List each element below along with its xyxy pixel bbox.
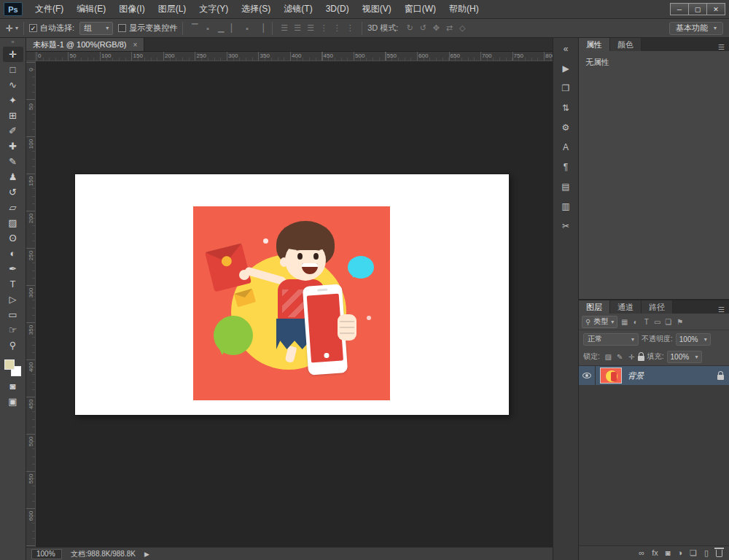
rectangle-tool[interactable]: ▭ <box>3 307 23 322</box>
new-group-icon[interactable]: ❏ <box>690 549 697 557</box>
add-layer-mask-icon[interactable]: ◙ <box>666 549 671 557</box>
link-layers-icon[interactable]: ∞ <box>639 549 644 557</box>
align-horizontal-centers-icon[interactable]: ▪ <box>241 24 254 33</box>
screen-mode-icon[interactable]: ▣ <box>3 394 23 409</box>
align-vertical-centers-icon[interactable]: ▪ <box>201 24 214 33</box>
history-brush-tool[interactable]: ↺ <box>3 184 23 200</box>
healing-brush-tool[interactable]: ✚ <box>3 139 23 154</box>
new-layer-icon[interactable]: ▯ <box>704 549 709 557</box>
3d-drag-icon[interactable]: ✥ <box>429 23 443 33</box>
filter-type-dropdown[interactable]: ⚲ 类型 <box>582 316 617 328</box>
quick-mask-icon[interactable]: ◙ <box>3 378 23 394</box>
select-menu[interactable]: 选择(S) <box>235 0 277 18</box>
image-menu[interactable]: 图像(I) <box>112 0 151 18</box>
panel-menu-icon[interactable] <box>714 306 729 314</box>
expand-panels-icon[interactable]: « <box>557 42 574 56</box>
3d-slide-icon[interactable]: ⇄ <box>443 23 456 33</box>
filter-type-layers-icon[interactable]: T <box>641 318 652 326</box>
eraser-tool[interactable]: ▱ <box>3 200 23 215</box>
distribute-left-edges-icon[interactable]: ⋮ <box>317 23 330 33</box>
layer-menu[interactable]: 图层(L) <box>152 0 193 18</box>
horizontal-ruler[interactable]: 0501001502002503003504004505005506006507… <box>36 52 553 61</box>
layer-style-icon[interactable]: fx <box>652 549 658 557</box>
window-menu[interactable]: 窗口(W) <box>398 0 443 18</box>
distribute-right-edges-icon[interactable]: ⋮ <box>343 23 356 33</box>
help-menu[interactable]: 帮助(H) <box>443 0 486 18</box>
workspace-switcher[interactable]: 基本功能 <box>669 22 723 35</box>
align-right-edges-icon[interactable]: ▕ <box>254 23 267 33</box>
info-panel-icon[interactable]: ▥ <box>557 199 574 214</box>
tab-paths[interactable]: 路径 <box>642 300 673 314</box>
filtering-toggle-icon[interactable]: ⚑ <box>677 318 683 326</box>
maximize-button[interactable]: ▢ <box>688 3 707 15</box>
3d-roll-icon[interactable]: ↺ <box>416 23 429 33</box>
close-tab-icon[interactable]: × <box>133 41 138 49</box>
filter-menu[interactable]: 滤镜(T) <box>277 0 319 18</box>
pen-tool[interactable]: ✒ <box>3 261 23 276</box>
lock-transparent-pixels-icon[interactable]: ▨ <box>603 353 614 361</box>
rectangular-marquee-tool[interactable]: □ <box>3 62 23 77</box>
auto-select-checkbox[interactable]: 自动选择: <box>29 23 74 34</box>
panel-menu-icon[interactable] <box>714 43 729 51</box>
eyedropper-tool[interactable]: ✐ <box>3 123 23 139</box>
actions-panel-icon[interactable]: ▶ <box>557 61 574 76</box>
type-tool[interactable]: T <box>3 276 23 292</box>
filter-pixel-layers-icon[interactable]: ▦ <box>619 318 630 326</box>
tab-layers[interactable]: 图层 <box>579 300 610 314</box>
slice-panel-icon[interactable]: ✂ <box>557 219 574 233</box>
paragraph-panel-icon[interactable]: ¶ <box>557 160 574 174</box>
tab-channels[interactable]: 通道 <box>610 300 642 314</box>
align-top-edges-icon[interactable]: ▔ <box>188 23 201 33</box>
file-menu[interactable]: 文件(F) <box>28 0 70 18</box>
view-menu[interactable]: 视图(V) <box>356 0 398 18</box>
lock-position-icon[interactable]: ✛ <box>626 353 637 361</box>
blur-tool[interactable]: ʘ <box>3 230 23 246</box>
clone-stamp-tool[interactable]: ♟ <box>3 169 23 184</box>
minimize-button[interactable]: ─ <box>670 3 689 15</box>
show-transform-checkbox[interactable]: 显示变换控件 <box>118 23 177 34</box>
zoom-level-input[interactable]: 100% <box>31 549 62 559</box>
blend-mode-dropdown[interactable]: 正常 <box>583 333 639 346</box>
auto-select-target-dropdown[interactable]: 组 <box>79 22 113 35</box>
filter-shape-layers-icon[interactable]: ▭ <box>652 318 663 326</box>
ruler-origin-corner[interactable] <box>26 52 36 61</box>
crop-tool[interactable]: ⊞ <box>3 108 23 123</box>
quick-selection-tool[interactable]: ✦ <box>3 93 23 108</box>
tab-properties[interactable]: 属性 <box>579 38 610 51</box>
tool-preset-picker[interactable]: ✛ <box>6 23 18 34</box>
lock-all-icon[interactable] <box>638 356 644 361</box>
collapse-tools-icon[interactable] <box>0 39 26 47</box>
distribute-top-edges-icon[interactable]: ☰ <box>278 23 291 33</box>
opacity-input[interactable]: 100% <box>676 333 711 346</box>
lock-image-pixels-icon[interactable]: ✎ <box>615 353 625 361</box>
lasso-tool[interactable]: ∿ <box>3 77 23 93</box>
brush-presets-panel-icon[interactable]: ❐ <box>557 81 574 96</box>
character-panel-icon[interactable]: A <box>557 140 574 155</box>
zoom-tool[interactable]: ⚲ <box>3 338 23 353</box>
move-tool[interactable]: ✛ <box>3 47 23 62</box>
gradient-tool[interactable]: ▨ <box>3 215 23 230</box>
layer-thumbnail[interactable] <box>600 368 622 384</box>
layer-visibility-toggle[interactable] <box>579 366 596 385</box>
align-bottom-edges-icon[interactable]: ▁ <box>214 23 227 33</box>
delete-layer-icon[interactable] <box>716 550 722 557</box>
fill-input[interactable]: 100% <box>667 351 702 363</box>
3d-rotate-icon[interactable]: ↻ <box>403 23 416 33</box>
foreground-color-swatch[interactable] <box>4 359 15 370</box>
filter-adjustment-layers-icon[interactable]: ◐ <box>630 318 641 326</box>
vertical-ruler[interactable]: 050100150200250300350400450500550600 <box>26 61 36 547</box>
distribute-vertical-centers-icon[interactable]: ☰ <box>291 23 304 33</box>
status-flyout-icon[interactable]: ▶ <box>144 551 149 558</box>
document-tab[interactable]: 未标题-1 @ 100%(RGB/8) × <box>26 38 144 51</box>
dodge-tool[interactable]: ◐ <box>3 246 23 261</box>
new-adjustment-layer-icon[interactable]: ◑ <box>677 549 682 557</box>
layer-row[interactable]: 背景 <box>579 366 729 385</box>
tab-color[interactable]: 颜色 <box>610 38 642 51</box>
filter-smart-objects-icon[interactable]: ❏ <box>663 318 674 326</box>
hand-tool[interactable]: ☞ <box>3 322 23 338</box>
align-left-edges-icon[interactable]: ▏ <box>227 23 241 33</box>
3d-scale-icon[interactable]: ◇ <box>456 23 469 33</box>
adjustments-panel-icon[interactable]: ⚙ <box>557 120 574 135</box>
3d-menu[interactable]: 3D(D) <box>319 0 356 18</box>
distribute-horizontal-centers-icon[interactable]: ⋮ <box>330 23 343 33</box>
